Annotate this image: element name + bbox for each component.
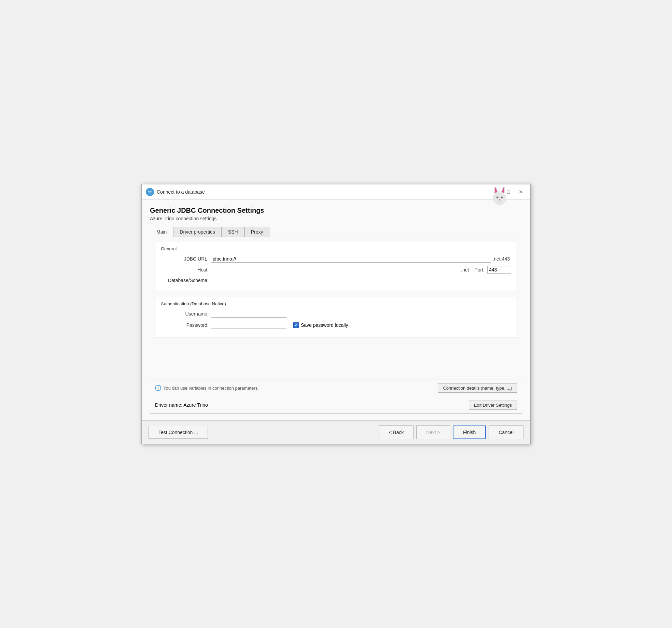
title-bar: Connect to a database (142, 184, 530, 200)
svg-point-0 (148, 190, 152, 194)
tab-driver-properties[interactable]: Driver properties (173, 227, 221, 237)
bunny-logo (489, 186, 510, 206)
svg-point-11 (501, 197, 502, 198)
back-button[interactable]: < Back (379, 425, 414, 439)
info-bar: i You can use variables in connection pa… (150, 379, 522, 397)
info-left: i You can use variables in connection pa… (155, 385, 259, 391)
username-label: Username: (161, 311, 209, 317)
bottom-bar: Test Connection ... < Back Next > Finish… (142, 420, 530, 444)
test-connection-button[interactable]: Test Connection ... (149, 426, 208, 439)
general-section: General JDBC URL: .net:443 Host: .net (155, 242, 517, 292)
password-row: Password: Save password locally (161, 322, 511, 329)
tabs-bar: Main Driver properties SSH Proxy (150, 227, 522, 237)
jdbc-url-input-group: .net:443 (211, 255, 511, 263)
info-text: You can use variables in connection para… (163, 386, 259, 391)
host-row: Host: .net Port: (161, 266, 511, 274)
password-input[interactable] (211, 322, 286, 329)
username-input[interactable] (211, 310, 286, 318)
db-schema-label: Database/Schema: (161, 278, 209, 283)
svg-point-7 (493, 192, 506, 205)
jdbc-url-label: JDBC URL: (161, 256, 209, 262)
svg-point-10 (496, 197, 498, 198)
port-input[interactable] (487, 266, 511, 274)
jdbc-url-input[interactable] (211, 255, 491, 263)
app-icon (146, 188, 154, 196)
info-icon: i (155, 385, 161, 391)
jdbc-url-row: JDBC URL: .net:443 (161, 255, 511, 263)
window-title: Connect to a database (157, 189, 205, 195)
username-row: Username: (161, 310, 511, 318)
tab-main[interactable]: Main (150, 227, 173, 237)
connection-details-button[interactable]: Connection details (name, type, ...) (438, 383, 517, 393)
finish-button[interactable]: Finish (453, 425, 486, 439)
host-suffix: .net (461, 267, 469, 273)
page-subtitle: Azure Trino connection settings (150, 216, 522, 221)
driver-name-value: Azure Trino (183, 402, 208, 408)
edit-driver-settings-button[interactable]: Edit Driver Settings (469, 401, 517, 410)
spacer (150, 342, 522, 376)
db-schema-row: Database/Schema: (161, 277, 511, 284)
driver-name: Driver name: Azure Trino (155, 402, 208, 408)
content-area: Generic JDBC Connection Settings Azure T… (142, 200, 530, 420)
main-window: Connect to a database (141, 184, 531, 444)
password-label: Password: (161, 322, 209, 328)
host-input[interactable] (211, 266, 458, 273)
jdbc-url-suffix: .net:443 (491, 255, 511, 262)
next-button[interactable]: Next > (416, 425, 450, 439)
logo-area (489, 186, 510, 207)
db-schema-input[interactable] (211, 277, 444, 284)
host-label: Host: (161, 267, 209, 273)
driver-row: Driver name: Azure Trino Edit Driver Set… (150, 397, 522, 413)
cancel-button[interactable]: Cancel (489, 425, 523, 439)
close-button[interactable]: ✕ (515, 188, 526, 196)
svg-point-2 (151, 191, 152, 192)
save-password-row: Save password locally (293, 322, 348, 328)
tab-proxy[interactable]: Proxy (244, 227, 270, 237)
svg-point-12 (499, 199, 500, 200)
save-password-checkbox[interactable] (293, 322, 299, 328)
tab-ssh[interactable]: SSH (222, 227, 244, 237)
auth-section: Authentication (Database Native) Usernam… (155, 297, 517, 337)
general-section-title: General (161, 246, 511, 251)
svg-point-1 (149, 191, 150, 192)
host-input-group: .net (211, 266, 469, 273)
bottom-right-buttons: < Back Next > Finish Cancel (379, 425, 523, 439)
title-bar-left: Connect to a database (146, 188, 491, 196)
port-label: Port: (474, 267, 485, 273)
page-title: Generic JDBC Connection Settings (150, 207, 522, 214)
auth-section-title: Authentication (Database Native) (161, 301, 511, 306)
driver-name-label: Driver name: (155, 402, 182, 408)
save-password-label: Save password locally (301, 322, 348, 328)
bottom-left-buttons: Test Connection ... (149, 426, 208, 439)
main-panel: General JDBC URL: .net:443 Host: .net (150, 237, 522, 414)
